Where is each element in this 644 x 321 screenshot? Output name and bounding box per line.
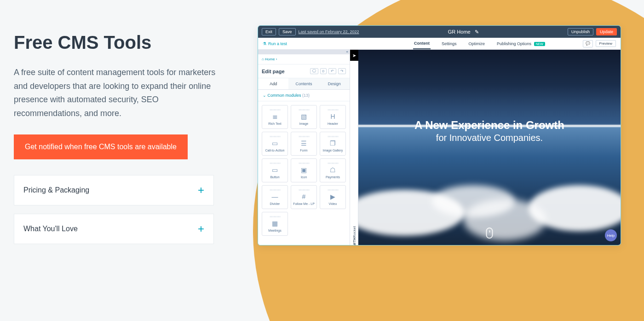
update-button[interactable]: Update	[596, 28, 617, 35]
tab-settings[interactable]: Settings	[441, 39, 458, 49]
module-icon: ☖	[330, 166, 336, 174]
module-icon: ▦	[272, 220, 278, 227]
module-label: Video	[329, 202, 337, 205]
count-badge: 0	[320, 68, 327, 74]
module-icon: ▭	[272, 166, 278, 174]
module-label: Rich Text	[268, 122, 282, 125]
edit-page-title: Edit page	[262, 69, 285, 74]
module-icon: H	[330, 113, 335, 120]
module-icon: ▶	[330, 193, 335, 200]
help-button[interactable]: Help	[605, 229, 617, 241]
module-icon: ☰	[301, 140, 307, 147]
module-grid: ≣Rich Text▧ImageHHeader▭Call-to-Action☰F…	[258, 101, 350, 239]
cloud-decoration	[463, 199, 546, 240]
page-title: GR Home ✎	[362, 29, 565, 35]
accordion-title: What You'll Love	[23, 225, 78, 233]
accordion-love[interactable]: What You'll Love +	[14, 214, 214, 244]
module-label: Header	[328, 122, 338, 125]
drag-handle-icon	[328, 189, 338, 191]
module-label: Divider	[270, 202, 280, 205]
subtab-design[interactable]: Design	[319, 78, 350, 89]
plus-icon: +	[198, 184, 204, 197]
module-label: Follow Me - LP	[293, 202, 315, 205]
accordion-pricing[interactable]: Pricing & Packaging +	[14, 175, 214, 205]
hero-line-2: for Innovative Companies.	[358, 133, 621, 143]
collapse-icon[interactable]: «	[258, 50, 350, 54]
module-icon: ❐	[330, 140, 336, 147]
drag-handle-icon	[328, 109, 338, 111]
unpublish-button[interactable]: Unpublish	[568, 28, 593, 35]
accordion-title: Pricing & Packaging	[23, 186, 89, 194]
module-header[interactable]: HHeader	[320, 105, 346, 129]
scroll-mouse-icon	[486, 228, 493, 239]
flask-icon: ⚗	[263, 41, 266, 46]
rocket-icon[interactable]: ➤	[350, 50, 358, 61]
module-icon: —	[272, 193, 278, 200]
module-label: Image	[299, 122, 308, 125]
module-icon: ▣	[301, 166, 307, 174]
app-screenshot: Exit Save Last saved on February 22, 202…	[258, 25, 621, 245]
drag-handle-icon	[299, 136, 309, 137]
module-label: Call-to-Action	[265, 149, 284, 152]
module-call-to-action[interactable]: ▭Call-to-Action	[262, 132, 288, 156]
tab-optimize[interactable]: Optimize	[468, 39, 486, 49]
breadcrumb[interactable]: ⌂ Home ›	[258, 54, 350, 64]
module-label: Icon	[301, 175, 307, 179]
chat-icon[interactable]: 💬	[583, 40, 593, 47]
home-icon: ⌂	[262, 57, 264, 61]
drag-handle-icon	[299, 109, 309, 111]
module-form[interactable]: ☰Form	[291, 132, 317, 156]
drag-handle-icon	[299, 163, 309, 164]
subtab-add[interactable]: Add	[258, 78, 288, 89]
run-test-link[interactable]: ⚗ Run a test	[263, 41, 287, 46]
pencil-icon[interactable]: ✎	[475, 29, 479, 35]
module-icon[interactable]: ▣Icon	[291, 158, 317, 182]
drag-handle-icon	[299, 189, 309, 191]
new-badge: NEW	[534, 42, 545, 46]
module-payments[interactable]: ☖Payments	[320, 158, 346, 182]
editor-tabbar: ⚗ Run a test Content Settings Optimize P…	[258, 38, 621, 50]
subtab-contents[interactable]: Contents	[288, 78, 319, 89]
last-saved-text: Last saved on February 22, 2022	[299, 29, 359, 34]
module-label: Meetings	[268, 229, 281, 232]
module-rich-text[interactable]: ≣Rich Text	[262, 105, 288, 129]
exit-button[interactable]: Exit	[262, 28, 276, 35]
save-button[interactable]: Save	[279, 28, 296, 35]
tab-content[interactable]: Content	[413, 38, 431, 49]
page-title-text: GR Home	[448, 29, 471, 35]
page-subheading: A free suite of content management tools…	[14, 66, 216, 121]
module-video[interactable]: ▶Video	[320, 185, 346, 209]
cta-button[interactable]: Get notified when free CMS tools are ava…	[14, 134, 188, 159]
vertical-rail: ➤ GROWTHRocket	[350, 50, 358, 245]
drag-handle-icon	[270, 216, 280, 217]
module-divider[interactable]: —Divider	[262, 185, 288, 209]
module-label: Payments	[326, 175, 340, 179]
hero-line-1: A New Experience in Growth	[358, 119, 621, 132]
preview-button[interactable]: Preview	[596, 40, 616, 47]
section-header[interactable]: ⌄ Common modules (13)	[258, 90, 350, 101]
drag-handle-icon	[270, 189, 280, 191]
drag-handle-icon	[270, 109, 280, 111]
brand-text: GROWTHRocket	[352, 226, 356, 245]
tab-publishing[interactable]: Publishing Options NEW	[496, 39, 546, 49]
editor-sidebar: « ⌂ Home › Edit page 🖵 0 ↶ ↷	[258, 50, 350, 245]
page-heading: Free CMS Tools	[14, 32, 216, 53]
editor-topbar: Exit Save Last saved on February 22, 202…	[258, 26, 621, 38]
module-image[interactable]: ▧Image	[291, 105, 317, 129]
module-label: Button	[270, 175, 279, 179]
module-icon: ▧	[301, 113, 307, 120]
module-label: Image Gallery	[323, 149, 343, 152]
chevron-down-icon: ⌄	[263, 93, 266, 98]
module-follow-me-lp[interactable]: #Follow Me - LP	[291, 185, 317, 209]
device-toggle[interactable]: 🖵	[310, 68, 318, 74]
chevron-right-icon: ›	[276, 57, 277, 61]
module-meetings[interactable]: ▦Meetings	[262, 212, 288, 236]
module-label: Form	[300, 149, 307, 152]
module-image-gallery[interactable]: ❐Image Gallery	[320, 132, 346, 156]
undo-button[interactable]: ↶	[328, 68, 336, 74]
redo-button[interactable]: ↷	[338, 68, 346, 74]
module-button[interactable]: ▭Button	[262, 158, 288, 182]
module-icon: ≣	[272, 113, 278, 120]
preview-canvas[interactable]: A New Experience in Growth for Innovativ…	[358, 50, 621, 245]
drag-handle-icon	[270, 136, 280, 137]
